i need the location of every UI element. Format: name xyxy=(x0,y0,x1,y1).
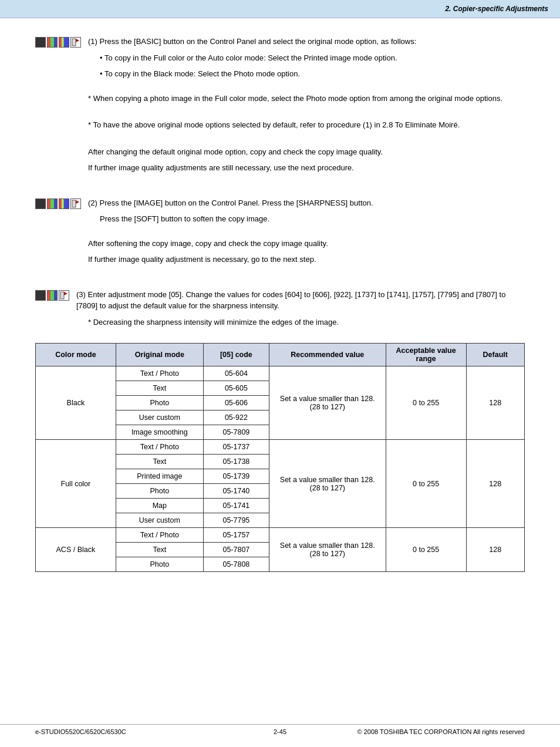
step-1-main: (1) Press the [BASIC] button on the Cont… xyxy=(88,36,525,48)
footer-left: e-STUDIO5520C/6520C/6530C xyxy=(35,728,126,735)
black-code-1: 05-605 xyxy=(203,381,269,396)
black-orig-4: Image smoothing xyxy=(116,425,203,440)
icon-color2 xyxy=(59,37,69,48)
fullcolor-recommended: Set a value smaller than 128. (28 to 127… xyxy=(269,440,386,528)
svg-rect-4 xyxy=(60,292,64,299)
icon-color1 xyxy=(47,37,58,48)
step-2-content: (2) Press the [IMAGE] button on the Cont… xyxy=(88,197,525,270)
main-content: (1) Press the [BASIC] button on the Cont… xyxy=(0,18,560,607)
bullet-2: • To copy in the Black mode: Select the … xyxy=(100,68,525,80)
step-3-note: * Decreasing the sharpness intensity wil… xyxy=(76,317,525,328)
acs-code-2: 05-7808 xyxy=(203,557,269,572)
svg-marker-5 xyxy=(64,292,68,295)
black-default: 128 xyxy=(466,366,525,440)
col-header-color-mode: Color mode xyxy=(36,344,116,366)
acs-color-mode: ACS / Black xyxy=(36,528,116,572)
col-header-code: [05] code xyxy=(203,344,269,366)
col-header-default: Default xyxy=(466,344,525,366)
step-1-row: (1) Press the [BASIC] button on the Cont… xyxy=(35,36,525,179)
acs-code-0: 05-1757 xyxy=(203,528,269,543)
icon-color1-2 xyxy=(47,198,58,209)
svg-marker-3 xyxy=(76,200,79,204)
table-row: Black Text / Photo 05-604 Set a value sm… xyxy=(36,366,525,381)
step-2-row: (2) Press the [IMAGE] button on the Cont… xyxy=(35,197,525,270)
fullcolor-default: 128 xyxy=(466,440,525,528)
step-3-row: (3) Enter adjustment mode [05]. Change t… xyxy=(35,289,525,333)
fullcolor-code-1: 05-1738 xyxy=(203,455,269,469)
section-title: 2. Copier-specific Adjustments xyxy=(445,5,548,13)
bullet-1: • To copy in the Full color or the Auto … xyxy=(100,52,525,64)
fullcolor-orig-4: Map xyxy=(116,499,203,513)
step-3-icons xyxy=(35,290,70,301)
fullcolor-code-4: 05-1741 xyxy=(203,499,269,513)
col-header-orig-mode: Original mode xyxy=(116,344,203,366)
icon-color3 xyxy=(70,37,81,48)
svg-rect-0 xyxy=(72,39,76,46)
step-1-extra-1: After changing the default original mode… xyxy=(88,146,525,158)
fullcolor-code-5: 05-7795 xyxy=(203,513,269,528)
acs-acceptable: 0 to 255 xyxy=(386,528,466,572)
icon-color3-2 xyxy=(70,198,81,209)
step-2-extra-1: After softening the copy image, copy and… xyxy=(88,238,525,250)
black-code-4: 05-7809 xyxy=(203,425,269,440)
acs-orig-0: Text / Photo xyxy=(116,528,203,543)
fullcolor-color-mode: Full color xyxy=(36,440,116,528)
table-row: Full color Text / Photo 05-1737 Set a va… xyxy=(36,440,525,455)
acs-recommended: Set a value smaller than 128. (28 to 127… xyxy=(269,528,386,572)
fullcolor-orig-2: Printed image xyxy=(116,469,203,484)
black-recommended: Set a value smaller than 128. (28 to 127… xyxy=(269,366,386,440)
acs-code-1: 05-7807 xyxy=(203,543,269,557)
black-orig-0: Text / Photo xyxy=(116,366,203,381)
step-3-main: (3) Enter adjustment mode [05]. Change t… xyxy=(76,289,525,312)
black-acceptable: 0 to 255 xyxy=(386,366,466,440)
svg-marker-1 xyxy=(76,39,79,42)
fullcolor-code-0: 05-1737 xyxy=(203,440,269,455)
svg-rect-2 xyxy=(72,200,76,207)
black-color-mode: Black xyxy=(36,366,116,440)
fullcolor-code-3: 05-1740 xyxy=(203,484,269,499)
fullcolor-acceptable: 0 to 255 xyxy=(386,440,466,528)
step-1-extra-2: If further image quality adjustments are… xyxy=(88,162,525,174)
black-code-0: 05-604 xyxy=(203,366,269,381)
table-row: ACS / Black Text / Photo 05-1757 Set a v… xyxy=(36,528,525,543)
fullcolor-code-2: 05-1739 xyxy=(203,469,269,484)
col-header-acceptable: Acceptable value range xyxy=(386,344,466,366)
icon-black-3 xyxy=(35,290,46,301)
step-1-icons xyxy=(35,37,82,48)
adjustment-table: Color mode Original mode [05] code Recom… xyxy=(35,343,525,572)
step-2-icons xyxy=(35,198,82,209)
footer-right: © 2008 TOSHIBA TEC CORPORATION All right… xyxy=(357,728,525,735)
step-2-main: (2) Press the [IMAGE] button on the Cont… xyxy=(88,197,525,209)
acs-default: 128 xyxy=(466,528,525,572)
fullcolor-orig-1: Text xyxy=(116,455,203,469)
icon-color3-3 xyxy=(59,290,69,301)
icon-color2-2 xyxy=(59,198,69,209)
step-2-extra-2: If further image quality adjustment is n… xyxy=(88,254,525,265)
step-3-content: (3) Enter adjustment mode [05]. Change t… xyxy=(76,289,525,333)
step-2-sub: Press the [SOFT] button to soften the co… xyxy=(88,213,525,225)
black-code-2: 05-606 xyxy=(203,396,269,410)
step-1-note-2: * To have the above original mode option… xyxy=(88,119,525,131)
section-header: 2. Copier-specific Adjustments xyxy=(0,0,560,18)
black-orig-1: Text xyxy=(116,381,203,396)
acs-orig-2: Photo xyxy=(116,557,203,572)
fullcolor-orig-5: User custom xyxy=(116,513,203,528)
step-1-note-1: * When copying a photo image in the Full… xyxy=(88,93,525,105)
col-header-recommended: Recommended value xyxy=(269,344,386,366)
page-number: 2-45 xyxy=(274,728,286,735)
black-orig-2: Photo xyxy=(116,396,203,410)
step-1-bullets: • To copy in the Full color or the Auto … xyxy=(88,52,525,80)
acs-orig-1: Text xyxy=(116,543,203,557)
fullcolor-orig-0: Text / Photo xyxy=(116,440,203,455)
icon-black xyxy=(35,37,46,48)
table-header-row: Color mode Original mode [05] code Recom… xyxy=(36,344,525,366)
icon-color1-3 xyxy=(47,290,58,301)
black-orig-3: User custom xyxy=(116,410,203,425)
fullcolor-orig-3: Photo xyxy=(116,484,203,499)
step-1-content: (1) Press the [BASIC] button on the Cont… xyxy=(88,36,525,179)
black-code-3: 05-922 xyxy=(203,410,269,425)
icon-black-2 xyxy=(35,198,46,209)
